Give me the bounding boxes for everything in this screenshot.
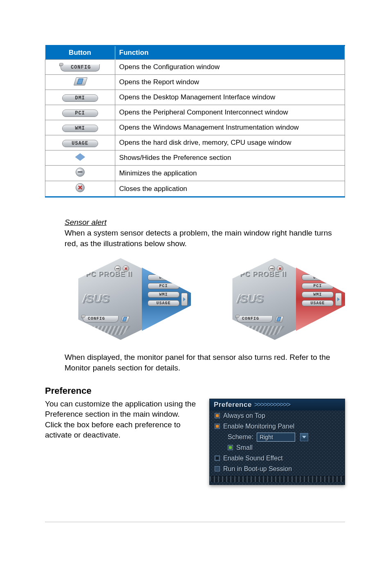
pc-probe-window-alert: PC PROBE II /SUS CONFIG DMI PCI WMI USAG… xyxy=(228,256,345,342)
table-header-function: Function xyxy=(115,46,345,60)
table-row: DMI Opens the Desktop Management Interfa… xyxy=(45,90,345,105)
expand-handle-icon xyxy=(335,293,342,306)
pref-label: Enable Sound Effect xyxy=(223,455,283,462)
sensor-alert-paragraph-1: When a system sensor detects a problem, … xyxy=(65,228,345,249)
function-cell: Opens the Desktop Management Interface w… xyxy=(115,90,345,105)
table-row: Opens the Report window xyxy=(45,75,345,90)
button-function-table: Button Function CONFIG Opens the Configu… xyxy=(45,45,345,197)
checkbox-checked-icon[interactable] xyxy=(215,413,220,418)
pci-button-depiction: PCI xyxy=(62,110,98,117)
report-icon xyxy=(274,316,284,323)
table-row: CONFIG Opens the Configuration window xyxy=(45,60,345,75)
table-row: Minimizes the application xyxy=(45,166,345,181)
pref-item-scheme[interactable]: Scheme: Right xyxy=(210,432,345,442)
dropdown-icon[interactable] xyxy=(300,433,308,441)
pci-slot: PCI xyxy=(148,283,179,289)
usage-slot: USAGE xyxy=(148,300,179,306)
left-right-arrows-icon xyxy=(75,153,85,161)
pref-label: Run in Boot-up Session xyxy=(223,465,292,473)
table-row: Shows/Hides the Preference section xyxy=(45,150,345,166)
panel-footer-grip-icon xyxy=(210,476,345,482)
wmi-button-depiction: WMI xyxy=(62,125,98,132)
config-button-depiction: CONFIG xyxy=(61,64,100,72)
pref-label: Always on Top xyxy=(223,412,265,420)
table-row: WMI Opens the Windows Management Instrum… xyxy=(45,120,345,135)
scheme-label: Scheme: xyxy=(228,433,253,441)
function-cell: Minimizes the application xyxy=(115,166,345,181)
pci-slot: PCI xyxy=(302,283,334,289)
wmi-slot: WMI xyxy=(302,292,334,298)
config-button: CONFIG xyxy=(83,316,119,323)
preference-panel: Preference >>>>>>>>>>> Always on Top Ena… xyxy=(209,399,345,485)
checkbox-checked-icon[interactable] xyxy=(215,424,220,429)
table-header-button: Button xyxy=(45,46,115,60)
pref-item-enable-monitoring[interactable]: Enable Monitoring Panel xyxy=(210,421,345,432)
usage-slot: USAGE xyxy=(302,300,334,306)
minimize-icon xyxy=(76,168,85,177)
pref-item-run-boot[interactable]: Run in Boot-up Session xyxy=(210,464,345,474)
dmi-button-depiction: DMI xyxy=(62,94,98,102)
pc-probe-window-normal: PC PROBE II /SUS CONFIG DMI PCI WMI USAG… xyxy=(74,256,191,342)
table-row: Closes the application xyxy=(45,181,345,197)
asus-logo: /SUS xyxy=(237,292,263,305)
function-cell: Shows/Hides the Preference section xyxy=(115,150,345,166)
table-row: PCI Opens the Peripheral Component Inter… xyxy=(45,105,345,120)
sensor-alert-paragraph-2: When displayed, the monitor panel for th… xyxy=(65,352,345,373)
right-handle-alert: DMI PCI WMI USAGE xyxy=(296,267,345,331)
table-row: USAGE Opens the hard disk drive, memory,… xyxy=(45,135,345,150)
report-icon xyxy=(71,77,90,85)
scheme-select[interactable]: Right xyxy=(257,433,295,442)
close-icon xyxy=(76,183,85,192)
pref-label: Enable Monitoring Panel xyxy=(223,423,294,430)
function-cell: Opens the Windows Management Instrumenta… xyxy=(115,120,345,135)
checkbox-unchecked-icon[interactable] xyxy=(215,466,220,471)
asus-logo: /SUS xyxy=(83,292,109,305)
sensor-alert-heading: Sensor alert xyxy=(65,218,345,227)
pref-item-small[interactable]: Small xyxy=(210,442,345,453)
pc-probe-title: PC PROBE II xyxy=(86,270,132,278)
checkbox-checked-icon[interactable] xyxy=(215,456,220,461)
config-button: CONFIG xyxy=(237,316,273,323)
pref-label: Small xyxy=(236,444,253,451)
pref-item-always-on-top[interactable]: Always on Top xyxy=(210,411,345,421)
dmi-slot: DMI xyxy=(302,274,334,281)
chevron-right-icon: >>>>>>>>>>> xyxy=(254,401,290,409)
function-cell: Closes the application xyxy=(115,181,345,197)
right-handle-normal: DMI PCI WMI USAGE xyxy=(142,267,191,331)
wmi-slot: WMI xyxy=(148,292,179,298)
function-cell: Opens the Report window xyxy=(115,75,345,90)
usage-button-depiction: USAGE xyxy=(62,140,98,147)
function-cell: Opens the Peripheral Component Interconn… xyxy=(115,105,345,120)
preference-heading: Preference xyxy=(45,386,345,396)
report-icon xyxy=(120,316,130,323)
checkbox-checked-icon[interactable] xyxy=(228,445,233,450)
preference-paragraph: You can customize the application using … xyxy=(45,399,197,441)
dmi-slot: DMI xyxy=(148,274,179,281)
function-cell: Opens the hard disk drive, memory, CPU u… xyxy=(115,135,345,150)
preference-panel-header: Preference >>>>>>>>>>> xyxy=(210,399,345,411)
page-divider xyxy=(45,522,345,522)
preference-panel-title: Preference xyxy=(214,401,252,409)
function-cell: Opens the Configuration window xyxy=(115,60,345,75)
pc-probe-title: PC PROBE II xyxy=(240,270,287,278)
expand-handle-icon xyxy=(181,293,188,306)
pref-item-enable-sound[interactable]: Enable Sound Effect xyxy=(210,453,345,464)
